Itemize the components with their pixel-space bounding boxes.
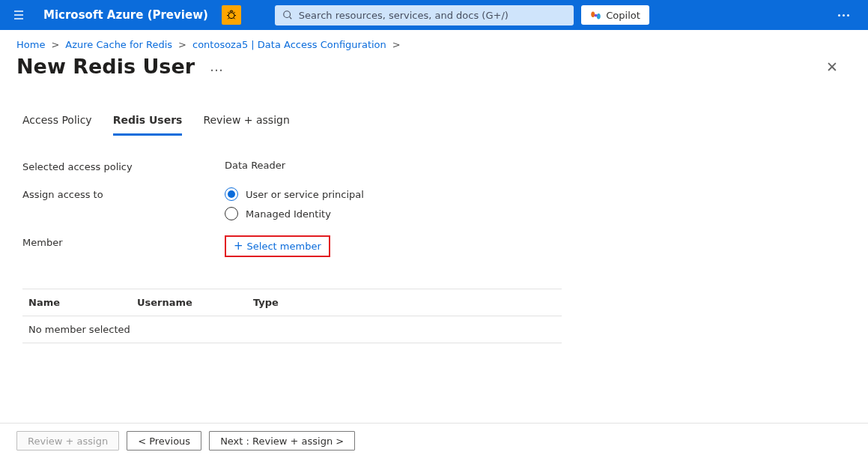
column-username: Username <box>137 297 253 308</box>
selected-access-policy-label: Selected access policy <box>22 160 225 172</box>
radio-managed-identity[interactable]: Managed Identity <box>225 207 364 220</box>
review-assign-button: Review + assign <box>16 431 119 451</box>
tab-review-assign[interactable]: Review + assign <box>203 114 289 136</box>
radio-label: Managed Identity <box>246 208 331 220</box>
copilot-label: Copilot <box>606 10 640 21</box>
preview-bug-icon[interactable] <box>222 5 241 25</box>
breadcrumb-data-access-config[interactable]: contosoza5 | Data Access Configuration <box>192 39 386 50</box>
svg-point-2 <box>595 13 598 16</box>
search-input[interactable]: Search resources, services, and docs (G+… <box>275 5 574 25</box>
hamburger-menu[interactable] <box>7 4 30 26</box>
close-button[interactable]: ✕ <box>826 58 838 75</box>
breadcrumb-home[interactable]: Home <box>16 39 45 50</box>
selected-access-policy-value: Data Reader <box>225 160 285 171</box>
chevron-right-icon: > <box>178 39 186 50</box>
page-title-more-menu[interactable]: … <box>210 58 223 74</box>
chevron-right-icon: > <box>392 39 401 50</box>
plus-icon: + <box>234 241 243 252</box>
svg-point-1 <box>284 11 291 18</box>
copilot-icon <box>590 10 601 21</box>
next-button[interactable]: Next : Review + assign > <box>209 431 355 451</box>
search-icon <box>282 10 293 20</box>
member-label: Member <box>22 235 225 248</box>
brand-label: Microsoft Azure (Preview) <box>43 8 208 22</box>
table-row: No member selected <box>22 316 562 343</box>
breadcrumb-azure-cache[interactable]: Azure Cache for Redis <box>65 39 172 50</box>
previous-button[interactable]: < Previous <box>127 431 201 451</box>
header-more-menu[interactable] <box>827 14 861 16</box>
radio-unselected-icon <box>225 207 238 220</box>
assign-access-label: Assign access to <box>22 187 225 200</box>
svg-point-0 <box>228 13 234 19</box>
copilot-button[interactable]: Copilot <box>581 5 649 25</box>
tab-redis-users[interactable]: Redis Users <box>113 114 183 136</box>
radio-selected-icon <box>225 187 238 201</box>
chevron-right-icon: > <box>51 39 59 50</box>
table-header-row: Name Username Type <box>22 289 562 316</box>
page-title: New Redis User <box>16 55 195 78</box>
radio-user-or-service-principal[interactable]: User or service principal <box>225 187 364 201</box>
search-placeholder-text: Search resources, services, and docs (G+… <box>299 10 509 21</box>
select-member-button[interactable]: + Select member <box>225 235 330 257</box>
column-name: Name <box>28 297 137 308</box>
column-type: Type <box>253 297 365 308</box>
radio-label: User or service principal <box>246 189 364 200</box>
select-member-label: Select member <box>247 241 321 252</box>
empty-row-text: No member selected <box>28 324 130 335</box>
tab-access-policy[interactable]: Access Policy <box>22 114 92 136</box>
breadcrumb: Home > Azure Cache for Redis > contosoza… <box>0 30 868 52</box>
